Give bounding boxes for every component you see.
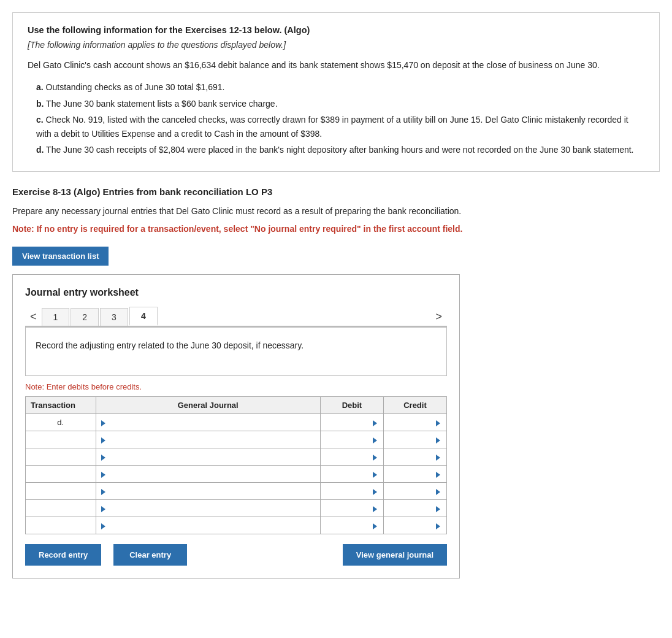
table-row-transaction	[26, 466, 96, 483]
triangle-icon	[436, 489, 440, 495]
item-text: The June 30 cash receipts of $2,804 were…	[46, 145, 633, 155]
instruction-box: Record the adjusting entry related to th…	[25, 327, 447, 376]
table-row-transaction	[26, 448, 96, 466]
tab-1[interactable]: 1	[42, 308, 70, 326]
list-item: c. Check No. 919, listed with the cancel…	[34, 113, 644, 140]
info-title: Use the following information for the Ex…	[28, 25, 644, 35]
triangle-icon	[373, 420, 377, 426]
triangle-icon	[101, 455, 105, 461]
worksheet-title: Journal entry worksheet	[25, 287, 447, 298]
tabs-row: < 1 2 3 4 >	[25, 307, 447, 326]
item-letter: b.	[36, 99, 44, 109]
table-row-transaction	[26, 431, 96, 448]
triangle-icon	[436, 523, 440, 529]
table-row-debit[interactable]	[320, 448, 383, 466]
info-subtitle: [The following information applies to th…	[28, 40, 644, 50]
triangle-icon	[101, 437, 105, 444]
info-body: Del Gato Clinic's cash account shows an …	[28, 58, 644, 72]
triangle-icon	[101, 472, 105, 478]
view-transaction-button[interactable]: View transaction list	[12, 247, 109, 266]
triangle-icon	[436, 420, 440, 426]
triangle-icon	[436, 506, 440, 512]
triangle-icon	[101, 506, 105, 512]
triangle-icon	[373, 506, 377, 512]
table-row-debit[interactable]	[320, 431, 383, 448]
worksheet-container: Journal entry worksheet < 1 2 3 4 > Reco…	[12, 274, 460, 578]
table-row-journal[interactable]	[96, 466, 320, 483]
triangle-icon	[373, 472, 377, 478]
table-row-credit[interactable]	[383, 517, 446, 534]
list-item: a. Outstanding checks as of June 30 tota…	[34, 80, 644, 94]
col-header-debit: Debit	[320, 397, 383, 414]
triangle-icon	[101, 523, 105, 529]
instruction-text: Record the adjusting entry related to th…	[36, 340, 304, 350]
note-debits: Note: Enter debits before credits.	[25, 382, 447, 391]
col-header-transaction: Transaction	[26, 397, 96, 414]
exercise-description: Prepare any necessary journal entries th…	[12, 204, 660, 218]
table-row-journal[interactable]	[96, 414, 320, 431]
table-row-journal[interactable]	[96, 500, 320, 517]
table-row-debit[interactable]	[320, 500, 383, 517]
triangle-icon	[373, 523, 377, 529]
table-row-debit[interactable]	[320, 466, 383, 483]
item-text: The June 30 bank statement lists a $60 b…	[46, 99, 277, 109]
list-item: d. The June 30 cash receipts of $2,804 w…	[34, 143, 644, 156]
triangle-icon	[373, 437, 377, 444]
clear-entry-button[interactable]: Clear entry	[113, 544, 187, 566]
col-header-credit: Credit	[383, 397, 446, 414]
triangle-icon	[101, 489, 105, 495]
next-tab-button[interactable]: >	[430, 309, 447, 325]
tab-2[interactable]: 2	[71, 308, 99, 326]
table-row-transaction	[26, 517, 96, 534]
table-row-credit[interactable]	[383, 483, 446, 500]
triangle-icon	[101, 420, 105, 426]
record-entry-button[interactable]: Record entry	[25, 544, 101, 566]
tab-3[interactable]: 3	[100, 308, 128, 326]
table-row-debit[interactable]	[320, 414, 383, 431]
table-row-journal[interactable]	[96, 431, 320, 448]
info-box: Use the following information for the Ex…	[12, 12, 660, 172]
table-row-debit[interactable]	[320, 483, 383, 500]
buttons-row: Record entry Clear entry View general jo…	[25, 544, 447, 566]
table-row-journal[interactable]	[96, 448, 320, 466]
table-row-credit[interactable]	[383, 431, 446, 448]
triangle-icon	[373, 489, 377, 495]
tab-4[interactable]: 4	[129, 307, 158, 326]
col-header-general-journal: General Journal	[96, 397, 320, 414]
list-item: b. The June 30 bank statement lists a $6…	[34, 97, 644, 110]
item-text: Outstanding checks as of June 30 total $…	[46, 82, 225, 92]
table-row-credit[interactable]	[383, 466, 446, 483]
table-row-credit[interactable]	[383, 500, 446, 517]
journal-table: Transaction General Journal Debit Credit…	[25, 396, 447, 534]
prev-tab-button[interactable]: <	[25, 309, 42, 325]
table-row-journal[interactable]	[96, 517, 320, 534]
item-text: Check No. 919, listed with the canceled …	[36, 115, 628, 138]
triangle-icon	[373, 455, 377, 461]
table-row-journal[interactable]	[96, 483, 320, 500]
table-row-credit[interactable]	[383, 414, 446, 431]
exercise-title: Exercise 8-13 (Algo) Entries from bank r…	[12, 186, 660, 197]
info-list: a. Outstanding checks as of June 30 tota…	[28, 80, 644, 156]
triangle-icon	[436, 472, 440, 478]
table-row-transaction: d.	[26, 414, 96, 431]
triangle-icon	[436, 437, 440, 444]
table-row-transaction	[26, 483, 96, 500]
table-row-debit[interactable]	[320, 517, 383, 534]
item-letter: c.	[36, 115, 44, 125]
table-row-transaction	[26, 500, 96, 517]
item-letter: a.	[36, 82, 44, 92]
triangle-icon	[436, 455, 440, 461]
exercise-note: Note: If no entry is required for a tran…	[12, 222, 660, 236]
table-row-credit[interactable]	[383, 448, 446, 466]
view-general-journal-button[interactable]: View general journal	[343, 544, 447, 566]
item-letter: d.	[36, 145, 44, 155]
